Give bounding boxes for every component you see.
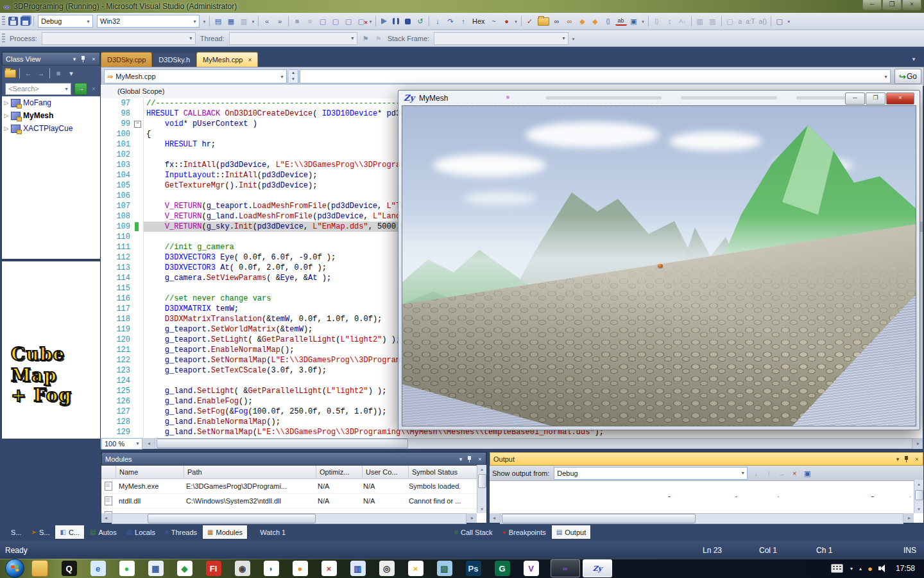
tab-d3dsky.h[interactable]: D3DSky.h [153, 53, 196, 67]
tree-item-xactplaycue[interactable]: ▷XACTPlayCue [2, 122, 100, 135]
zoom-combo[interactable]: 100 %▾ [101, 438, 142, 450]
view-settings-arrow[interactable]: ▾ [65, 68, 77, 78]
open-folder-icon[interactable] [538, 17, 549, 26]
copy-icon[interactable]: ▣ [628, 16, 640, 26]
pin-icon[interactable] [903, 455, 910, 462]
explorer-icon[interactable] [31, 560, 48, 577]
bubble-icon-2[interactable]: ▢ [330, 16, 341, 26]
save-all-icon[interactable] [21, 17, 30, 26]
toolbar-overflow-icon[interactable]: ▾ [201, 16, 207, 26]
window-menu-icon[interactable]: ▾ [893, 456, 902, 462]
back-icon[interactable]: ← [22, 68, 34, 78]
class-view-header[interactable]: Class View ▾ × [2, 52, 100, 66]
green-player-icon[interactable]: ● [119, 561, 135, 576]
tab-overflow-icon[interactable]: ▼ [911, 57, 916, 62]
increase-indent-icon[interactable]: » [274, 16, 286, 26]
pin-icon[interactable] [466, 455, 473, 462]
next-message-icon[interactable]: ↓ [750, 468, 762, 478]
toolbar-overflow-icon[interactable]: ▾ [250, 16, 256, 26]
search-go-button[interactable]: → [74, 83, 87, 95]
mymesh-minimize-button[interactable]: ─ [845, 92, 865, 105]
go-button[interactable]: ↪ Go [894, 69, 921, 84]
step-into-icon[interactable]: ↓ [432, 16, 443, 26]
scroll-right-icon[interactable]: ▸ [468, 513, 477, 523]
camera-icon[interactable]: ◉ [235, 561, 250, 576]
show-hidden-icons[interactable]: ▴ [859, 566, 862, 572]
view-settings-icon[interactable]: ≡ [53, 68, 64, 78]
nav-spinner[interactable]: ▲▼ [289, 69, 298, 83]
breakpoint-ball-icon[interactable]: ● [501, 16, 513, 26]
column-header-Optimiz...[interactable]: Optimiz... [316, 466, 363, 478]
close-icon[interactable]: × [912, 456, 921, 462]
zy-taskbar-button[interactable]: Zy [583, 559, 612, 577]
pause-icon[interactable] [393, 18, 399, 24]
bird-icon[interactable]: ◗ [264, 561, 279, 576]
cancel-build-icon[interactable]: ▥ [238, 16, 250, 26]
v-color-icon[interactable]: V [524, 561, 539, 576]
red-blue-app-icon[interactable]: × [321, 561, 337, 576]
stop-icon[interactable] [405, 19, 411, 24]
task-list-icon[interactable]: ✓ [524, 16, 536, 26]
restart-icon[interactable]: ↺ [415, 16, 426, 26]
bookmark-next-icon[interactable]: ◆ [590, 16, 601, 26]
bubble-icon-3[interactable]: ▢ [343, 16, 354, 26]
parrot-icon[interactable]: ◆ [177, 561, 193, 576]
toolbar-handle[interactable] [2, 16, 5, 26]
toolbar-overflow-icon[interactable]: ▾ [513, 16, 519, 26]
aparen-label[interactable]: a() [759, 18, 767, 25]
close-icon[interactable]: × [475, 456, 484, 462]
toolbar-handle[interactable] [2, 33, 5, 44]
tab-d3dsky.cpp[interactable]: D3DSky.cpp [101, 52, 152, 67]
sort-icon[interactable]: ↕ [664, 16, 676, 26]
fold-toggle[interactable]: − [134, 121, 141, 128]
clock[interactable]: 17:58 [896, 564, 915, 573]
column-header-Symbol Status[interactable]: Symbol Status [409, 466, 486, 478]
az-sort-icon[interactable]: A↓ [677, 16, 689, 26]
step-out-icon[interactable]: ↑ [458, 16, 469, 26]
editor-hscrollbar[interactable] [155, 438, 912, 449]
tray-dropdown-icon[interactable]: ▾ [850, 566, 853, 572]
green-g-icon[interactable]: G [495, 561, 510, 576]
members-combo[interactable]: ▾ [300, 69, 891, 83]
toolbar-overflow-icon[interactable]: ▾ [640, 16, 646, 26]
hex-toggle[interactable]: Hex [472, 17, 485, 25]
window-menu-icon[interactable]: ▾ [456, 456, 465, 462]
yellow-x-icon[interactable]: × [408, 561, 424, 576]
tree-item-mofang[interactable]: ▷MoFang [2, 96, 100, 109]
mymesh-close-button[interactable]: × [886, 92, 914, 105]
build-solution-icon[interactable]: ▦ [225, 16, 237, 26]
stack-frame-combo[interactable]: ▾ [434, 32, 569, 45]
goto-message-icon[interactable]: → [776, 468, 787, 478]
output-source-combo[interactable]: Debug▾ [554, 467, 748, 480]
scroll-left-icon[interactable]: ◂ [490, 513, 499, 523]
split-icon-1[interactable]: ▥ [694, 16, 706, 26]
internet-explorer-icon[interactable]: e [90, 561, 106, 576]
step-over-icon[interactable]: ↷ [445, 16, 456, 26]
tab-locals[interactable]: ▤Locals [122, 525, 160, 539]
start-button[interactable] [5, 559, 24, 578]
vs-taskbar-button[interactable]: ∞ [551, 559, 580, 577]
window-edit-icon[interactable]: ▢ [774, 16, 785, 26]
word-wrap-icon[interactable]: ▣ [801, 468, 813, 478]
tab-breakpoints[interactable]: ●Breakpoints [498, 525, 551, 539]
solution-configuration-combo[interactable]: Debug▾ [38, 15, 93, 28]
tab-modules[interactable]: ▦Modules [202, 525, 248, 539]
module-row[interactable]: MyMesh.exeE:\3DGamesProg\3DProgrami...N/… [101, 479, 486, 494]
restore-button[interactable]: ❐ [882, 0, 902, 10]
new-folder-icon[interactable] [4, 69, 16, 78]
qq-icon[interactable]: Q [62, 561, 77, 576]
output-header[interactable]: Output ▾ × [490, 452, 923, 466]
calculator-icon[interactable]: ▦ [148, 561, 164, 576]
mymesh-title-bar[interactable]: Zy MyMesh ─ ❐ × [398, 91, 920, 105]
decrease-indent-icon[interactable]: « [261, 16, 273, 26]
dock-tab-c-[interactable]: ◧C... [55, 525, 85, 539]
prev-message-icon[interactable]: ↑ [763, 468, 774, 478]
output-log[interactable]: D3D10: INFO: ID3D10Device::OMSetRenderTa… [490, 481, 923, 514]
pin-icon[interactable] [80, 55, 87, 62]
aT-label[interactable]: a:T [746, 18, 755, 25]
mymesh-app-window[interactable]: Zy MyMesh ─ ❐ × [398, 90, 920, 430]
photo-viewer-icon[interactable]: ▨ [437, 561, 452, 576]
tab-mymesh.cpp[interactable]: MyMesh.cpp× [196, 52, 258, 67]
braces-gray-icon[interactable]: {} [651, 16, 663, 26]
keyboard-tray-icon[interactable] [831, 564, 843, 573]
